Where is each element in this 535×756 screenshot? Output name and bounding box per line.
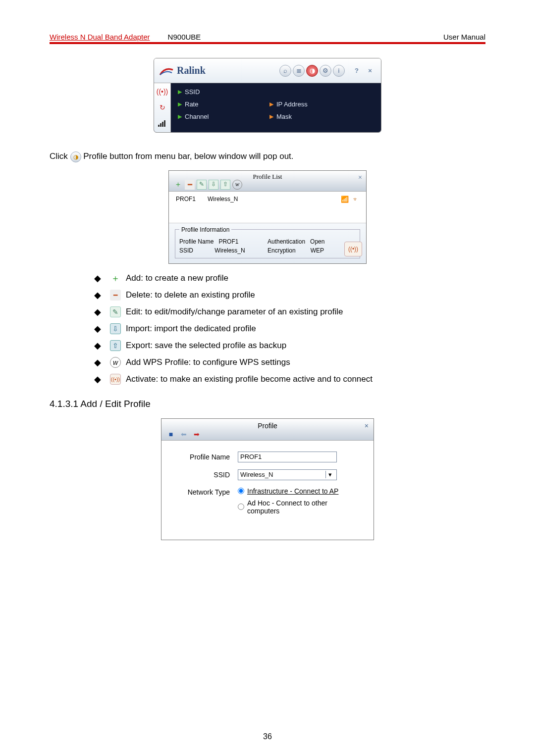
svg-rect-3	[164, 120, 165, 127]
radio-infra[interactable]	[238, 488, 244, 494]
profile-edit-window: Profile × ■ ⬅ ➡ Profile Name SSID Wirele…	[161, 418, 374, 540]
ralink-titlebar: Ralink ⌕ ≣ ◑ ⚙ i ? ×	[154, 58, 381, 83]
activate-icon: ((•))	[110, 374, 121, 385]
delete-icon: ━	[110, 290, 121, 301]
ip-label: IP Address	[276, 101, 308, 108]
profile-row[interactable]: PROF1 Wireless_N 📶 ᯤ	[176, 196, 359, 203]
profile-list-window: Profile List × ＋ ━ ✎ ⇩ ⇧ w PROF1 Wireles…	[168, 170, 367, 264]
export-icon: ⇧	[110, 340, 121, 351]
channel-label: Channel	[185, 113, 209, 120]
svg-rect-1	[160, 123, 161, 127]
page-header: Wireless N Dual Band Adapter N900UBE Use…	[50, 33, 485, 44]
help-icon[interactable]: ?	[351, 65, 363, 77]
header-model: N900UBE	[168, 33, 201, 41]
profile-info-group: Profile Information Profile Name PROF1 A…	[175, 226, 360, 258]
wps-icon: w	[110, 357, 121, 368]
profile-info-legend: Profile Information	[179, 226, 231, 233]
signal-icon[interactable]	[157, 118, 168, 129]
page-number: 36	[0, 732, 535, 741]
wps-icon[interactable]: w	[232, 180, 242, 190]
refresh-icon[interactable]: ↻	[157, 102, 168, 113]
import-icon[interactable]: ⇩	[209, 180, 218, 190]
ssid-select[interactable]: Wireless_N ▾	[238, 469, 337, 480]
profile-icon[interactable]: ◑	[306, 65, 318, 77]
profile-name-input[interactable]	[238, 452, 337, 462]
add-icon[interactable]: ＋	[173, 180, 183, 190]
ralink-logo-icon	[159, 65, 174, 77]
edit-window-title: Profile	[161, 422, 374, 430]
stop-icon[interactable]: ■	[166, 430, 175, 438]
edit-icon: ✎	[110, 306, 121, 317]
ssid-select-value: Wireless_N	[240, 471, 273, 478]
info-icon[interactable]: i	[333, 65, 345, 77]
back-icon[interactable]: ⬅	[179, 430, 188, 438]
profile-row-name: PROF1	[176, 196, 196, 202]
chevron-down-icon: ▾	[325, 471, 334, 478]
profile-name-label: Profile Name	[174, 453, 238, 461]
header-doc-type: User Manual	[443, 33, 485, 41]
security-icon: ᯤ	[353, 196, 359, 203]
ralink-sidebar: ((•)) ↻	[154, 83, 171, 132]
instruction-text: Click ◑ Profile button from menu bar, be…	[50, 151, 485, 162]
mask-label: Mask	[276, 113, 292, 120]
network-type-infra[interactable]: Infrastructure - Connect to AP	[238, 487, 361, 495]
network-type-label: Network Type	[174, 487, 238, 496]
close-icon[interactable]: ×	[364, 65, 376, 77]
import-icon: ⇩	[110, 323, 121, 334]
delete-icon[interactable]: ━	[185, 180, 195, 190]
profile-button-inline-icon: ◑	[70, 151, 81, 162]
network-type-adhoc[interactable]: Ad Hoc - Connect to other computers	[238, 499, 361, 515]
search-icon[interactable]: ⌕	[279, 65, 291, 77]
icon-legend-list: ◆＋Add: to create a new profile ◆━Delete:…	[50, 273, 485, 385]
activate-button[interactable]: ((•))	[344, 242, 362, 256]
advanced-icon[interactable]: ⚙	[320, 65, 331, 77]
radio-adhoc[interactable]	[238, 504, 244, 510]
profile-row-ssid: Wireless_N	[208, 196, 238, 202]
close-icon[interactable]: ×	[358, 174, 362, 182]
edit-icon[interactable]: ✎	[197, 180, 207, 190]
profile-list-area: PROF1 Wireless_N 📶 ᯤ	[169, 192, 366, 223]
svg-rect-2	[162, 122, 163, 127]
signal-icon: 📶	[341, 196, 349, 203]
svg-rect-0	[158, 125, 160, 127]
close-icon[interactable]: ×	[365, 422, 369, 430]
forward-icon[interactable]: ➡	[192, 430, 201, 438]
export-icon[interactable]: ⇧	[220, 180, 230, 190]
rate-label: Rate	[185, 101, 198, 108]
ralink-brand-text: Ralink	[177, 65, 206, 76]
header-product: Wireless N Dual Band Adapter	[50, 33, 150, 41]
antenna-icon[interactable]: ((•))	[157, 86, 168, 97]
section-heading: 4.1.3.1 Add / Edit Profile	[50, 399, 485, 409]
ssid-label: SSID	[174, 471, 238, 479]
list-icon[interactable]: ≣	[293, 65, 305, 77]
ssid-label: SSID	[185, 88, 200, 96]
ralink-status-window: Ralink ⌕ ≣ ◑ ⚙ i ? × ((•)) ↻	[154, 58, 381, 133]
add-icon: ＋	[110, 273, 121, 284]
